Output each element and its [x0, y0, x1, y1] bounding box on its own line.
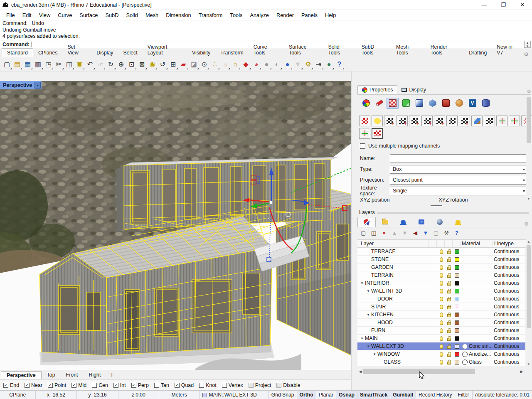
toggle-record-history[interactable]: Record History: [416, 391, 455, 399]
layer-visibility-toggle[interactable]: [437, 273, 445, 278]
layers-shield-icon[interactable]: [357, 217, 376, 227]
layer-lock-toggle[interactable]: [445, 320, 453, 325]
dimension-icon[interactable]: ⇥: [313, 59, 324, 70]
layer-material-circle[interactable]: [461, 257, 469, 262]
ghosted-display-icon[interactable]: ◐: [272, 59, 282, 70]
layer-lock-toggle[interactable]: [445, 257, 453, 262]
attribute-user-text-icon[interactable]: [480, 98, 492, 109]
layer-visibility-toggle[interactable]: [437, 297, 445, 301]
delete-layer-icon[interactable]: ×: [381, 230, 387, 236]
layer-material-circle[interactable]: [461, 265, 469, 270]
column-material[interactable]: Material: [460, 241, 493, 246]
layer-lock-toggle[interactable]: [445, 328, 453, 333]
alerts-bell-icon[interactable]: [449, 217, 467, 227]
layer-color-swatch[interactable]: [453, 289, 461, 293]
menu-dimension[interactable]: Dimension: [162, 11, 195, 20]
tab-visibility[interactable]: Visibility: [187, 49, 215, 57]
menu-tools[interactable]: Tools: [227, 11, 246, 20]
layer-color-swatch[interactable]: [453, 360, 461, 365]
uv-editor-button[interactable]: [359, 116, 370, 126]
open-file-icon[interactable]: ▤: [12, 59, 22, 70]
close-button[interactable]: ✕: [513, 0, 532, 10]
layer-linetype[interactable]: Continuous: [494, 256, 525, 262]
command-history[interactable]: Command: _Undo Undoing Gumball move 4 po…: [0, 20, 523, 40]
layer-visibility-toggle[interactable]: [437, 281, 445, 286]
layer-color-swatch[interactable]: [453, 328, 461, 333]
menu-view[interactable]: View: [35, 11, 54, 20]
menu-surface[interactable]: Surface: [76, 11, 101, 20]
apply-planar-widget-button[interactable]: [509, 116, 520, 126]
layer-visibility-toggle[interactable]: [437, 289, 445, 293]
mapping-transform-button[interactable]: [359, 128, 370, 139]
print-icon[interactable]: ▥: [33, 59, 43, 70]
layer-visibility-toggle[interactable]: [437, 328, 445, 333]
status-units[interactable]: Meters: [159, 391, 200, 399]
layer-color-swatch[interactable]: [453, 352, 461, 357]
osnap-tan[interactable]: Tan: [154, 382, 169, 388]
layer-tools-icon[interactable]: ⚒: [443, 230, 450, 236]
layer-lock-toggle[interactable]: [445, 305, 453, 309]
layer-material-circle[interactable]: [461, 288, 469, 294]
layer-visibility-toggle[interactable]: [437, 265, 445, 270]
render-properties-icon[interactable]: [440, 98, 452, 109]
layer-linetype[interactable]: Continuous: [494, 288, 525, 294]
command-spinner[interactable]: ▴▾: [524, 41, 531, 48]
osnap-end[interactable]: End: [3, 382, 19, 388]
layer-lock-toggle[interactable]: [445, 344, 453, 349]
layer-visibility-toggle[interactable]: [437, 249, 445, 254]
layer-row-window[interactable]: ▾WINDOWAnodize...Continuous: [357, 350, 525, 358]
undo-view-icon[interactable]: ↺: [158, 59, 168, 70]
move-layer-up-icon[interactable]: ▲: [391, 230, 398, 236]
select-layer-objects-icon[interactable]: ▢: [433, 230, 439, 236]
toggle-ortho[interactable]: Ortho: [297, 391, 316, 399]
tab-subd-tools[interactable]: SubD Tools: [357, 43, 391, 57]
layer-row-furn[interactable]: FURNContinuous: [357, 327, 525, 335]
layer-color-swatch[interactable]: [453, 313, 461, 317]
layer-linetype[interactable]: Continuous: [494, 280, 525, 286]
layer-material[interactable]: Anodize...: [469, 351, 494, 357]
cplane-icon[interactable]: ◪: [189, 59, 199, 70]
layer-visibility-toggle[interactable]: [437, 313, 445, 317]
layer-color-swatch[interactable]: [453, 257, 461, 262]
pan-icon[interactable]: ☞: [95, 59, 106, 70]
layer-linetype[interactable]: Continuous: [494, 359, 525, 365]
layer-row-terrace[interactable]: TERRACEContinuous: [357, 248, 525, 256]
zoom-window-icon[interactable]: ⊡: [126, 59, 137, 70]
osnap-cen[interactable]: Cen: [92, 382, 108, 388]
layer-linetype[interactable]: Continuous: [494, 296, 525, 302]
color-wheel-icon[interactable]: ◕: [251, 59, 261, 70]
layer-row-stair[interactable]: STAIRContinuous: [357, 303, 525, 311]
layer-row-kitchen[interactable]: ▾KITCHENContinuous: [357, 311, 525, 319]
expand-chevron-icon[interactable]: ▾: [365, 289, 371, 293]
layers-horizontal-scrollbar[interactable]: ◀ ▶: [357, 368, 525, 374]
help-box-icon[interactable]: ?: [412, 217, 431, 227]
status-tolerance[interactable]: Absolute tolerance: 0.01: [473, 391, 532, 399]
menu-mesh[interactable]: Mesh: [142, 11, 162, 20]
layer-material[interactable]: Glass: [469, 359, 494, 365]
earth-icon[interactable]: ●: [324, 59, 334, 70]
layer-material-circle[interactable]: [461, 281, 469, 286]
layer-lock-toggle[interactable]: [445, 336, 453, 341]
menu-solid[interactable]: Solid: [122, 11, 141, 20]
layer-material-circle[interactable]: [461, 360, 469, 365]
layer-material[interactable]: Conc stri...: [469, 343, 494, 349]
layer-material-circle[interactable]: [461, 328, 469, 333]
tab-display[interactable]: Display: [91, 49, 118, 57]
viewport-tab-right[interactable]: Right: [83, 371, 106, 379]
toggle-planar[interactable]: Planar: [316, 391, 336, 399]
undo-icon[interactable]: ↶: [85, 59, 95, 70]
menu-transform[interactable]: Transform: [195, 11, 227, 20]
layer-lock-toggle[interactable]: [445, 352, 453, 357]
scroll-down-icon[interactable]: ▼: [526, 362, 531, 366]
new-file-icon[interactable]: ▢: [2, 59, 12, 70]
tab-new-in-v7[interactable]: New in V7: [492, 43, 524, 57]
show-mapping-button[interactable]: [446, 116, 458, 126]
osnap-perp[interactable]: Perp: [131, 382, 149, 388]
layer-lock-toggle[interactable]: [445, 265, 453, 270]
layer-linetype[interactable]: Continuous: [494, 264, 525, 270]
layer-material-circle[interactable]: [461, 352, 469, 357]
move-icon[interactable]: ▰: [178, 59, 189, 70]
toggle-osnap[interactable]: Osnap: [336, 391, 357, 399]
viewport-dropdown-icon[interactable]: ▾: [34, 82, 41, 89]
layer-linetype[interactable]: Continuous: [494, 312, 525, 318]
